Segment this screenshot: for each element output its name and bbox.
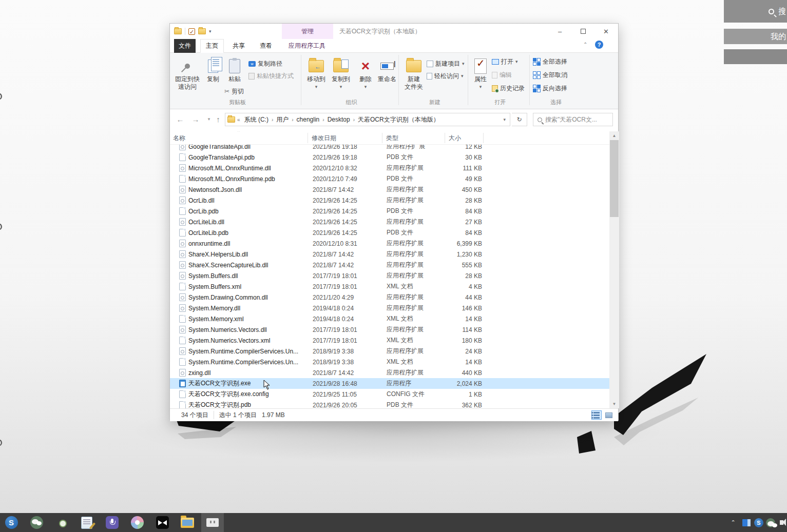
column-type[interactable]: 类型 [383, 131, 445, 145]
tray-sogou-icon[interactable]: S [753, 513, 765, 532]
tab-home[interactable]: 主页 [200, 39, 224, 53]
back-button[interactable]: ← [174, 113, 186, 125]
breadcrumb-item[interactable]: Desktop [325, 116, 352, 123]
file-row[interactable]: 天若OCR文字识别.pdb2021/9/26 20:05PDB 文件362 KB [170, 400, 609, 408]
file-row[interactable]: System.Drawing.Common.dll2021/1/20 4:29应… [170, 292, 609, 303]
properties-button[interactable]: 属性 ▾ [471, 56, 490, 96]
pin-to-quick-access-button[interactable]: 固定到快 速访问 [174, 56, 201, 96]
tray-speaker-icon[interactable] [776, 513, 787, 532]
breadcrumb-separator-icon[interactable]: › [271, 117, 274, 123]
file-row[interactable]: onnxruntime.dll2020/12/10 8:31应用程序扩展6,39… [170, 238, 609, 249]
open-button[interactable]: 打开 ▾ [492, 56, 518, 67]
breadcrumb-item[interactable]: chenglin [295, 116, 322, 123]
maximize-button[interactable] [571, 24, 594, 39]
overlay-mine-panel[interactable]: 我的 [724, 29, 787, 44]
breadcrumb-separator-icon[interactable]: › [291, 117, 294, 123]
address-dropdown-icon[interactable]: ▾ [503, 117, 508, 122]
new-item-button[interactable]: 新建项目 ▾ [427, 58, 465, 69]
file-row[interactable]: System.Buffers.dll2017/7/19 18:01应用程序扩展2… [170, 270, 609, 281]
taskbar-file-explorer-button[interactable] [176, 513, 199, 532]
forward-button[interactable]: → [189, 113, 202, 125]
taskbar-browser-swirl-button[interactable] [126, 513, 148, 532]
taskbar-notepad-button[interactable] [75, 513, 98, 532]
file-row[interactable]: System.Memory.dll2019/4/18 0:24应用程序扩展146… [170, 303, 609, 313]
close-button[interactable]: ✕ [594, 24, 618, 39]
easy-access-button[interactable]: 轻松访问 ▾ [427, 70, 464, 82]
tab-view[interactable]: 查看 [254, 39, 278, 53]
file-row[interactable]: Newtonsoft.Json.dll2021/8/7 14:42应用程序扩展4… [170, 184, 609, 195]
quick-access-toolbar[interactable]: ✓ ▾ [174, 27, 212, 36]
large-icons-view-button[interactable] [604, 410, 614, 420]
file-row[interactable]: System.Runtime.CompilerServices.Un...201… [170, 346, 609, 357]
file-row[interactable]: System.Memory.xml2019/4/18 0:24XML 文档14 … [170, 313, 609, 324]
file-row[interactable]: ShareX.ScreenCaptureLib.dll2021/8/7 14:4… [170, 260, 609, 270]
select-none-button[interactable]: 全部取消 [533, 69, 567, 81]
copy-to-button[interactable]: 复制到 ▾ [329, 56, 353, 96]
tab-file[interactable]: 文件 [174, 39, 196, 53]
file-row[interactable]: System.Runtime.CompilerServices.Un...201… [170, 357, 609, 367]
breadcrumb-item[interactable]: 系统 (C:) [242, 115, 271, 124]
file-row[interactable]: OcrLib.dll2021/9/26 14:25应用程序扩展28 KB [170, 195, 609, 206]
breadcrumb-separator-icon[interactable]: › [352, 117, 356, 123]
up-button[interactable]: ↑ [212, 113, 224, 125]
file-row[interactable]: Microsoft.ML.OnnxRuntime.pdb2020/12/10 7… [170, 173, 609, 184]
file-row[interactable]: OcrLiteLib.pdb2021/9/26 14:25PDB 文件84 KB [170, 227, 609, 238]
copy-button[interactable]: 复制 [203, 56, 223, 96]
move-to-button[interactable]: ← 移动到 ▾ [304, 56, 328, 96]
file-row[interactable]: OcrLiteLib.dll2021/9/26 14:25应用程序扩展27 KB [170, 216, 609, 227]
history-button[interactable]: 历史记录 [492, 83, 525, 94]
taskbar-microphone-button[interactable] [101, 513, 123, 532]
tab-share[interactable]: 共享 [227, 39, 251, 53]
file-row[interactable]: GoogleTranslateApi.pdb2021/9/26 19:18PDB… [170, 152, 609, 163]
taskbar-capcut-button[interactable] [151, 513, 174, 532]
scroll-down-icon[interactable]: ▼ [609, 400, 619, 408]
collapse-ribbon-icon[interactable]: ⌃ [583, 42, 587, 47]
cut-button[interactable]: ✂ 剪切 [224, 86, 244, 97]
new-folder-button[interactable]: 新建 文件夹 [402, 56, 426, 96]
details-view-button[interactable] [591, 410, 602, 420]
scrollbar-thumb[interactable] [610, 140, 619, 217]
overlay-extra-panel[interactable] [724, 49, 787, 64]
file-row[interactable]: 天若OCR文字识别.exe.config2021/9/25 11:05CONFI… [170, 389, 609, 400]
file-row[interactable]: System.Numerics.Vectors.dll2017/7/19 18:… [170, 324, 609, 335]
new-folder-icon[interactable] [198, 28, 206, 34]
file-row[interactable]: System.Numerics.Vectors.xml2017/7/19 18:… [170, 335, 609, 346]
tray-wechat-icon[interactable] [764, 513, 777, 532]
file-row[interactable]: Microsoft.ML.OnnxRuntime.dll2020/12/10 8… [170, 163, 609, 173]
folder-icon[interactable] [174, 28, 182, 34]
minimize-button[interactable]: – [548, 24, 571, 39]
overlay-search-panel[interactable]: 搜 [724, 0, 787, 23]
breadcrumb-separator-icon[interactable]: › [321, 117, 325, 123]
refresh-button[interactable]: ↻ [512, 113, 527, 126]
vertical-scrollbar[interactable]: ▲ ▼ [609, 131, 619, 408]
tray-window-icon[interactable] [740, 513, 753, 532]
rename-button[interactable]: 重命名 [375, 56, 399, 96]
file-row[interactable]: zxing.dll2021/8/7 14:42应用程序扩展440 KB [170, 367, 609, 378]
delete-button[interactable]: × 删除 ▾ [356, 56, 375, 96]
tab-application-tools[interactable]: 应用程序工具 [283, 39, 331, 53]
taskbar-sogou-button[interactable]: S [0, 513, 23, 532]
taskbar-ocr-app-button[interactable] [201, 513, 224, 532]
breadcrumb-item[interactable]: 用户 [274, 115, 291, 124]
file-row[interactable]: OcrLib.pdb2021/9/26 14:25PDB 文件84 KB [170, 206, 609, 216]
breadcrumb[interactable]: « 系统 (C:)›用户›chenglin›Desktop›天若OCR文字识别（… [225, 113, 510, 126]
qat-dropdown-icon[interactable]: ▾ [209, 29, 212, 34]
search-box[interactable]: 搜索"天若OCR文... [533, 113, 613, 126]
edit-button[interactable]: 编辑 [492, 69, 512, 81]
file-row[interactable]: 天若OCR文字识别.exe2021/9/28 16:48应用程序2,024 KB [170, 378, 609, 389]
paste-shortcut-button[interactable]: 粘贴快捷方式 [248, 70, 294, 82]
file-row[interactable]: System.Buffers.xml2017/7/19 18:01XML 文档4… [170, 281, 609, 292]
taskbar-chrome-button[interactable] [50, 513, 73, 532]
tray-chevron-icon[interactable]: ⌃ [726, 513, 740, 532]
taskbar-wechat-button[interactable] [25, 513, 48, 532]
copy-path-button[interactable]: w 复制路径 [248, 58, 282, 69]
breadcrumb-item[interactable]: 天若OCR文字识别（本地版） [356, 115, 442, 124]
column-date[interactable]: 修改日期 [309, 131, 382, 145]
scroll-up-icon[interactable]: ▲ [609, 131, 619, 140]
invert-selection-button[interactable]: 反向选择 [533, 83, 567, 94]
select-all-button[interactable]: 全部选择 [533, 56, 567, 67]
properties-check-icon[interactable]: ✓ [188, 28, 195, 35]
column-size[interactable]: 大小 [446, 131, 483, 145]
help-icon[interactable]: ? [595, 41, 603, 49]
file-row[interactable]: ShareX.HelpersLib.dll2021/8/7 14:42应用程序扩… [170, 249, 609, 260]
